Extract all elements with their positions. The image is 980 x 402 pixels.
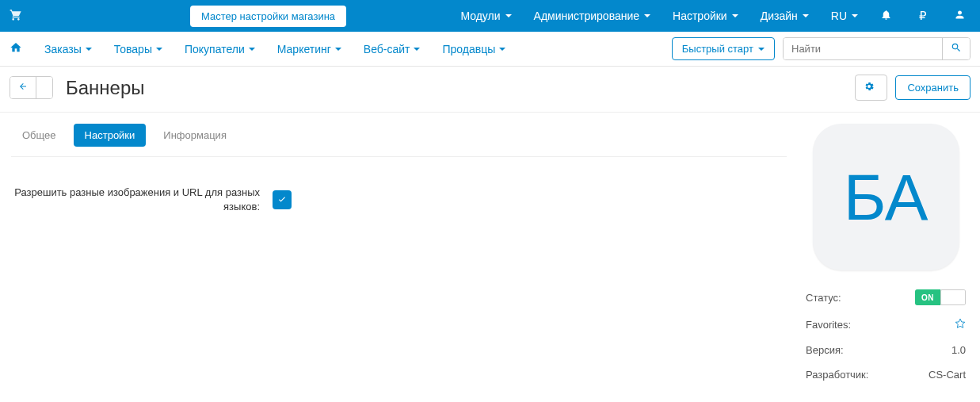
nav-item-products[interactable]: Товары [114,43,162,56]
allow-images-label: Разрешить разные изображения и URL для р… [11,186,273,214]
top-menu-admin[interactable]: Администрирование [534,10,651,22]
title-row: Баннеры Сохранить [0,67,980,113]
allow-images-checkbox[interactable] [273,190,292,209]
home-icon[interactable] [10,41,22,56]
caret-down-icon [335,48,341,51]
caret-down-icon [803,14,809,17]
bell-icon [880,9,892,23]
favorites-row: Favorites: [803,312,969,338]
status-label: Статус: [806,292,841,304]
nav-item-orders[interactable]: Заказы [44,43,92,56]
caret-down-icon [852,14,858,17]
developer-row: Разработчик: CS-Cart [803,362,969,387]
caret-down-icon [732,14,738,17]
caret-down-icon [249,48,255,51]
back-button-group [10,76,53,99]
top-menu-label: Настройки [673,10,727,22]
currency-selector[interactable]: ₽ [919,9,932,23]
nav-right: Быстрый старт [672,37,970,60]
topbar-right: Модули Администрирование Настройки Дизай… [460,9,970,23]
caret-down-icon [758,48,765,51]
language-label: RU [831,10,847,22]
top-menu-label: Модули [460,10,500,22]
nav-item-marketing[interactable]: Маркетинг [277,43,341,56]
nav-item-vendors[interactable]: Продавцы [442,43,505,56]
wizard-button[interactable]: Мастер настройки магазина [190,6,346,27]
caret-down-icon [86,48,92,51]
gear-icon [864,81,875,94]
back-button[interactable] [10,77,36,98]
sidebar: БА Статус: ON Favorites: Версия: 1.0 Раз… [803,124,969,387]
arrow-left-icon [18,82,28,94]
status-toggle[interactable]: ON [915,289,966,305]
caret-down-icon [499,48,505,51]
nav-left: Заказы Товары Покупатели Маркетинг Веб-с… [10,41,505,56]
top-menu-label: Дизайн [761,10,798,22]
search-input[interactable] [784,38,942,59]
status-row: Статус: ON [803,283,969,312]
search-group [783,37,970,60]
page-title: Баннеры [66,77,145,99]
nav-item-label: Маркетинг [277,43,331,56]
save-button[interactable]: Сохранить [895,75,970,100]
notifications-button[interactable] [880,9,897,23]
cart-icon[interactable] [10,9,22,24]
settings-dropdown[interactable] [855,75,887,101]
toggle-knob [940,289,966,305]
top-menu-design[interactable]: Дизайн [761,10,809,22]
tab-info[interactable]: Информация [152,124,238,147]
toggle-on-label: ON [915,289,940,305]
tab-general[interactable]: Общее [11,124,67,147]
back-dropdown[interactable] [36,77,52,98]
addon-icon: БА [813,124,959,270]
caret-down-icon [644,14,650,17]
search-button[interactable] [942,38,970,59]
user-menu[interactable] [954,9,970,23]
top-menu-settings[interactable]: Настройки [673,10,738,22]
developer-label: Разработчик: [806,369,868,381]
nav-item-label: Веб-сайт [364,43,410,56]
favorites-label: Favorites: [806,319,851,331]
title-actions: Сохранить [855,75,970,101]
caret-down-icon [156,48,162,51]
tab-settings[interactable]: Настройки [74,124,147,147]
quick-start-label: Быстрый старт [682,43,753,55]
top-menu-modules[interactable]: Модули [460,10,511,22]
currency-label: ₽ [919,9,927,23]
nav-item-label: Заказы [44,43,82,56]
version-label: Версия: [806,344,844,356]
caret-down-icon [414,48,420,51]
form-row-allow-images: Разрешить разные изображения и URL для р… [11,186,787,214]
content: Общее Настройки Информация Разрешить раз… [0,113,980,398]
main-panel: Общее Настройки Информация Разрешить раз… [11,124,787,214]
nav-item-customers[interactable]: Покупатели [185,43,255,56]
check-icon [277,194,287,206]
tabs: Общее Настройки Информация [11,124,787,157]
nav-item-label: Товары [114,43,152,56]
language-selector[interactable]: RU [831,10,858,22]
nav-item-label: Продавцы [442,43,495,56]
developer-value: CS-Cart [929,369,966,381]
topbar-left: Мастер настройки магазина [10,6,346,27]
top-menu-label: Администрирование [534,10,640,22]
favorite-star-icon[interactable] [955,318,966,331]
quick-start-button[interactable]: Быстрый старт [672,37,775,60]
topbar: Мастер настройки магазина Модули Админис… [0,0,980,32]
nav-item-website[interactable]: Веб-сайт [364,43,421,56]
version-row: Версия: 1.0 [803,338,969,362]
navbar: Заказы Товары Покупатели Маркетинг Веб-с… [0,32,980,67]
user-icon [954,9,966,23]
version-value: 1.0 [951,344,966,356]
search-icon [951,42,962,56]
nav-item-label: Покупатели [185,43,245,56]
caret-down-icon [505,14,512,17]
